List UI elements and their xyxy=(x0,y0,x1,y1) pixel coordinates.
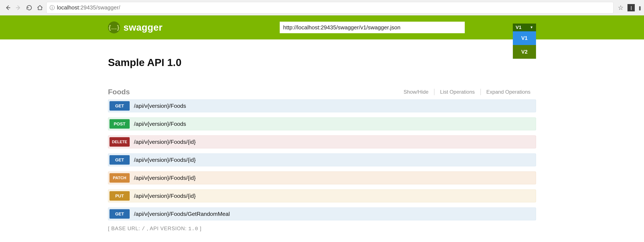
version-select-dropdown: V1 V2 xyxy=(513,31,536,59)
reload-button[interactable] xyxy=(25,3,34,12)
endpoint-path: /api/v{version}/Foods/{id} xyxy=(134,175,196,181)
url-host: localhost:29435/swagger/ xyxy=(57,4,120,11)
swagger-logo-badge-icon: {…} xyxy=(108,21,120,33)
endpoint-row[interactable]: POST /api/v{version}/Foods xyxy=(108,117,536,130)
tag-row: Foods Show/Hide List Operations Expand O… xyxy=(108,88,536,96)
endpoint-row[interactable]: GET /api/v{version}/Foods/{id} xyxy=(108,154,536,166)
browser-right-controls: ☆ ❘ ••• xyxy=(618,4,640,11)
endpoint-path: /api/v{version}/Foods/GetRandomMeal xyxy=(134,211,230,217)
api-footer-info: [ BASE URL: / , API VERSION: 1.0 ] xyxy=(108,226,536,232)
forward-arrow-icon xyxy=(16,5,22,11)
endpoint-path: /api/v{version}/Foods xyxy=(134,121,186,127)
tag-name[interactable]: Foods xyxy=(108,88,130,96)
back-arrow-icon xyxy=(5,5,11,11)
swagger-logo[interactable]: {…} swagger xyxy=(108,21,162,33)
endpoint-path: /api/v{version}/Foods/{id} xyxy=(134,157,196,163)
version-option-v2[interactable]: V2 xyxy=(513,45,536,59)
version-select[interactable]: V1 ▼ V1 V2 xyxy=(513,23,536,31)
endpoint-row[interactable]: PATCH /api/v{version}/Foods/{id} xyxy=(108,172,536,184)
back-button[interactable] xyxy=(4,3,12,12)
endpoint-path: /api/v{version}/Foods/{id} xyxy=(134,193,196,199)
endpoint-row[interactable]: DELETE /api/v{version}/Foods/{id} xyxy=(108,135,536,148)
extension-icon[interactable]: ❘ xyxy=(628,4,635,11)
swagger-logo-text: swagger xyxy=(124,22,162,33)
show-hide-link[interactable]: Show/Hide xyxy=(398,89,434,95)
endpoint-row[interactable]: GET /api/v{version}/Foods xyxy=(108,99,536,112)
home-button[interactable] xyxy=(36,3,44,12)
method-badge-put: PUT xyxy=(110,191,130,201)
reload-icon xyxy=(26,5,32,11)
swagger-header: {…} swagger http://localhost:29435/swagg… xyxy=(0,15,644,39)
method-badge-get: GET xyxy=(110,155,130,165)
endpoint-path: /api/v{version}/Foods/{id} xyxy=(134,139,196,145)
method-badge-patch: PATCH xyxy=(110,173,130,183)
expand-operations-link[interactable]: Expand Operations xyxy=(481,89,536,95)
chevron-down-icon: ▼ xyxy=(530,25,533,29)
home-icon xyxy=(37,5,43,11)
site-info-icon[interactable]: ⓘ xyxy=(50,4,55,11)
endpoint-path: /api/v{version}/Foods xyxy=(134,103,186,109)
method-badge-post: POST xyxy=(110,119,130,129)
method-badge-delete: DELETE xyxy=(110,137,130,147)
endpoint-row[interactable]: PUT /api/v{version}/Foods/{id} xyxy=(108,190,536,202)
tag-actions: Show/Hide List Operations Expand Operati… xyxy=(398,89,536,95)
version-option-v1[interactable]: V1 xyxy=(513,31,536,45)
version-select-value: V1 xyxy=(516,25,522,30)
endpoint-row[interactable]: GET /api/v{version}/Foods/GetRandomMeal xyxy=(108,208,536,220)
forward-button[interactable] xyxy=(14,3,23,12)
browser-menu-button[interactable]: ••• xyxy=(639,6,640,10)
list-operations-link[interactable]: List Operations xyxy=(434,89,480,95)
method-badge-get: GET xyxy=(110,101,130,111)
main-content: Sample API 1.0 Foods Show/Hide List Oper… xyxy=(108,39,536,232)
method-badge-get: GET xyxy=(110,209,130,219)
address-bar[interactable]: ⓘ localhost:29435/swagger/ xyxy=(46,2,614,13)
swagger-json-url-value: http://localhost:29435/swagger/v1/swagge… xyxy=(283,24,400,31)
bookmark-star-icon[interactable]: ☆ xyxy=(618,4,624,11)
api-title: Sample API 1.0 xyxy=(108,57,536,68)
version-select-head[interactable]: V1 ▼ xyxy=(513,23,536,31)
swagger-json-url-input[interactable]: http://localhost:29435/swagger/v1/swagge… xyxy=(280,22,465,33)
browser-toolbar: ⓘ localhost:29435/swagger/ ☆ ❘ ••• xyxy=(0,0,644,15)
